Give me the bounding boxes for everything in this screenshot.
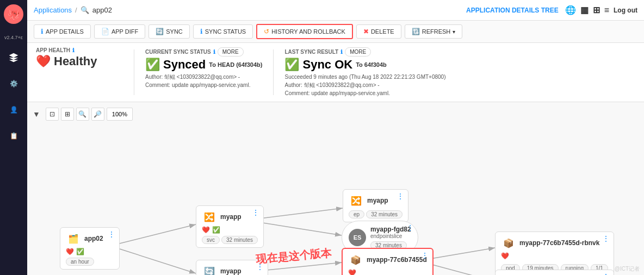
node-myapp-fgd82-sublabel: endpointslice: [370, 233, 411, 239]
sync-button[interactable]: 🔄 SYNC: [148, 24, 190, 39]
refresh-dropdown-icon: ▾: [453, 29, 455, 35]
node-myapp-ep[interactable]: 🔀 myapp ep 32 minutes ⋮: [343, 189, 408, 222]
current-sync-block: CURRENT SYNC STATUS ℹ MORE ✅ Synced To H…: [145, 47, 262, 97]
current-sync-author-label: Author:: [145, 74, 164, 80]
last-sync-detail: To 64f304b: [356, 61, 387, 68]
info-icon: ℹ: [41, 28, 44, 35]
myapp-77-health-icon: ❤️: [348, 269, 356, 275]
heart-icon: ❤️: [36, 54, 51, 68]
sync-icon: 🔄: [156, 28, 164, 35]
node-myapp-deploy-more-button[interactable]: ⋮: [256, 262, 264, 271]
node-myapp-fgd82-label: myapp-fgd82: [370, 226, 411, 233]
refresh-button[interactable]: 🔃 REFRESH ▾: [405, 24, 463, 39]
current-sync-more-button[interactable]: MORE: [218, 47, 244, 57]
es-icon: ES: [349, 229, 366, 246]
breadcrumb-current: app02: [92, 6, 112, 14]
node-pod1-label: myapp-77c6b7455d-rbnvk: [519, 239, 599, 247]
zoom-fit-button[interactable]: ⊞: [61, 108, 74, 121]
zoom-input[interactable]: [107, 108, 133, 121]
fit-screen-button[interactable]: ⊡: [46, 108, 59, 121]
app-health-info-icon: ℹ: [72, 47, 75, 53]
node-pod1-more-button[interactable]: ⋮: [602, 234, 610, 243]
myapp-ep-type-icon: 🔀: [349, 193, 364, 208]
app-details-button[interactable]: ℹ APP DETAILS: [34, 24, 91, 39]
myapp-svc-sync-icon: ✅: [212, 226, 220, 234]
myapp-svc-health-icon: ❤️: [202, 226, 210, 234]
last-sync-comment-label: Comment:: [284, 90, 311, 96]
node-myapp-fgd82-more-button[interactable]: ⋮: [406, 223, 414, 232]
node-app02-more-button[interactable]: ⋮: [108, 230, 116, 239]
app02-type-icon: 🗂️: [66, 231, 81, 246]
watermark: @ICT记者: [615, 265, 640, 273]
breadcrumb-parent[interactable]: Applications: [34, 6, 72, 14]
myapp-77-type-icon: 📦: [348, 252, 363, 267]
node-myapp-deploy-label: myapp: [220, 267, 242, 275]
pod1-health-icon: ❤️: [501, 252, 509, 260]
current-sync-comment: update app/myapp-service.yaml.: [172, 82, 251, 88]
myapp-deploy-type-icon: 🔄: [202, 264, 217, 275]
zoom-in-button[interactable]: 🔎: [91, 108, 104, 121]
current-sync-comment-label: Comment:: [145, 82, 172, 88]
last-sync-block: LAST SYNC RESULT ℹ MORE ✅ Sync OK To 64f…: [284, 47, 445, 97]
node-app02-time-tag: an hour: [66, 258, 94, 266]
myapp-svc-type-icon: 🔀: [202, 209, 217, 224]
sync-status-icon: ℹ: [200, 28, 203, 35]
delete-icon: ✖: [363, 28, 369, 35]
node-myapp-svc[interactable]: 🔀 myapp ❤️ ✅ svc 32 minutes ⋮: [196, 205, 264, 248]
sync-check-icon: ✅: [145, 58, 160, 72]
zoom-out-button[interactable]: 🔍: [76, 108, 89, 121]
tree-icon-list[interactable]: ⊞: [593, 5, 600, 15]
node-myapp-svc-sublabel: svc: [202, 236, 220, 244]
last-sync-author-label: Author:: [284, 82, 304, 88]
delete-button[interactable]: ✖ DELETE: [356, 24, 401, 39]
action-bar: ℹ APP DETAILS 📄 APP DIFF 🔄 SYNC ℹ SYNC S…: [27, 21, 644, 43]
search-icon: 🔍: [81, 6, 89, 14]
current-sync-value: Synced: [163, 58, 206, 72]
last-sync-more-button[interactable]: MORE: [345, 47, 371, 57]
tree-icon-grid[interactable]: ▦: [580, 5, 589, 15]
sidebar-icon-layers[interactable]: [5, 49, 22, 66]
current-sync-label: CURRENT SYNC STATUS: [145, 49, 211, 55]
tree-view-icons: 🌐 ▦ ⊞ ≡ Log out: [565, 5, 637, 15]
last-sync-comment: update app/myapp-service.yaml.: [311, 90, 390, 96]
history-rollback-button[interactable]: ↺ HISTORY AND ROLLBACK: [256, 24, 353, 39]
app-health-label: APP HEALTH: [36, 47, 70, 53]
filter-icon[interactable]: ▼: [33, 110, 40, 118]
top-bar: Applications / 🔍 app02 APPLICATION DETAI…: [27, 0, 644, 21]
refresh-icon: 🔃: [412, 28, 420, 35]
node-myapp-77-more-button[interactable]: ⋮: [421, 251, 429, 260]
tree-label: APPLICATION DETAILS TREE: [466, 7, 559, 14]
node-pod2[interactable]: 📦 myapp-77c6b7455d-slh68 ❤️ pod 16 minut…: [495, 270, 614, 275]
current-sync-info-icon: ℹ: [213, 49, 215, 55]
tree-icon-network[interactable]: 🌐: [565, 5, 576, 15]
last-sync-info-icon: ℹ: [340, 49, 343, 55]
node-pod2-more-button[interactable]: ⋮: [602, 272, 610, 275]
last-sync-author: 邹鲲 <1030923822@qq.com> -: [304, 82, 380, 88]
breadcrumb-separator: /: [75, 6, 77, 14]
node-myapp-ep-time: 32 minutes: [366, 210, 403, 218]
node-myapp-77[interactable]: 📦 myapp-77c6b7455d ❤️ 19 minutes rev:2 ⋮: [342, 248, 434, 275]
app-health-block: APP HEALTH ℹ ❤️ Healthy: [36, 47, 123, 97]
app-diff-button[interactable]: 📄 APP DIFF: [94, 24, 145, 39]
node-myapp-svc-label: myapp: [220, 213, 242, 221]
node-app02[interactable]: 🗂️ app02 ❤️ ✅ an hour ⋮: [60, 227, 120, 270]
history-icon: ↺: [264, 28, 269, 35]
sidebar-icon-gear[interactable]: ⚙️: [5, 75, 22, 92]
sidebar-icon-docs[interactable]: 📋: [5, 127, 22, 145]
node-myapp-svc-more-button[interactable]: ⋮: [252, 208, 260, 217]
last-sync-value: Sync OK: [302, 58, 352, 72]
sidebar-icon-user[interactable]: 👤: [5, 101, 22, 118]
node-myapp-ep-more-button[interactable]: ⋮: [397, 192, 405, 201]
app02-health-icon: ❤️: [66, 248, 74, 255]
sync-status-button[interactable]: ℹ SYNC STATUS: [193, 24, 253, 39]
node-myapp-ep-label: myapp: [367, 197, 388, 204]
node-myapp-77-label: myapp-77c6b7455d: [367, 256, 427, 264]
pod1-type-icon: 📦: [501, 235, 516, 251]
diff-icon: 📄: [101, 28, 109, 35]
tree-icon-table[interactable]: ≡: [604, 5, 609, 15]
last-sync-label: LAST SYNC RESULT: [284, 49, 338, 55]
logout-button[interactable]: Log out: [614, 7, 637, 14]
node-myapp-deploy[interactable]: 🔄 myapp ❤️ ✅ 32 minutes rev:2 ⋮: [196, 260, 268, 275]
node-pod1[interactable]: 📦 myapp-77c6b7455d-rbnvk ❤️ pod 19 minut…: [495, 232, 614, 275]
breadcrumb: Applications / 🔍 app02: [34, 6, 112, 14]
